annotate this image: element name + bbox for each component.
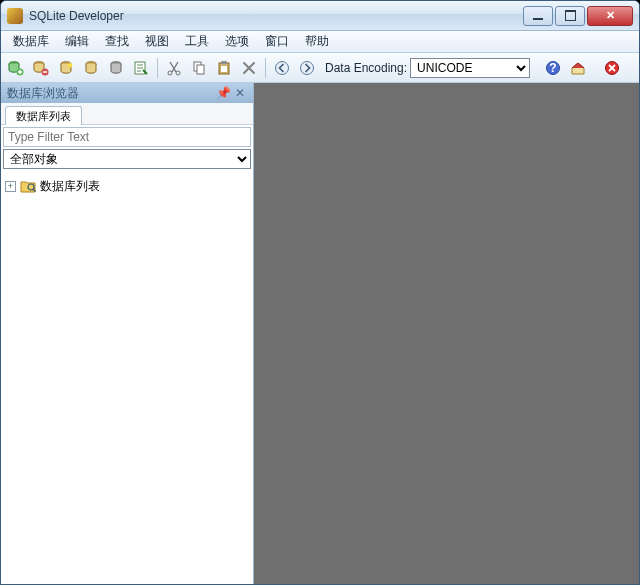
- close-database-button[interactable]: [105, 57, 127, 79]
- filter-input[interactable]: [3, 127, 251, 147]
- menu-help[interactable]: 帮助: [297, 30, 337, 53]
- pin-icon[interactable]: 📌: [216, 86, 230, 100]
- stop-button[interactable]: [601, 57, 623, 79]
- encoding-select[interactable]: UNICODE: [410, 58, 530, 78]
- window-buttons: [521, 6, 633, 26]
- menu-edit[interactable]: 编辑: [57, 30, 97, 53]
- menu-view[interactable]: 视图: [137, 30, 177, 53]
- register-database-button[interactable]: [5, 57, 27, 79]
- forward-button[interactable]: [296, 57, 318, 79]
- copy-button[interactable]: [188, 57, 210, 79]
- main-workspace: [254, 83, 639, 584]
- back-button[interactable]: [271, 57, 293, 79]
- close-button[interactable]: [587, 6, 633, 26]
- toolbar-separator: [157, 58, 158, 78]
- home-button[interactable]: [567, 57, 589, 79]
- svg-point-15: [276, 61, 289, 74]
- menubar: 数据库 编辑 查找 视图 工具 选项 窗口 帮助: [1, 31, 639, 53]
- menu-find[interactable]: 查找: [97, 30, 137, 53]
- svg-rect-14: [221, 66, 227, 72]
- svg-text:?: ?: [549, 61, 556, 75]
- panel-close-icon[interactable]: ✕: [233, 86, 247, 100]
- svg-point-16: [301, 61, 314, 74]
- database-tree: + 数据库列表: [1, 173, 253, 584]
- maximize-button[interactable]: [555, 6, 585, 26]
- menu-window[interactable]: 窗口: [257, 30, 297, 53]
- panel-tabstrip: 数据库列表: [1, 103, 253, 125]
- app-icon: [7, 8, 23, 24]
- panel-title: 数据库浏览器: [7, 85, 79, 102]
- encoding-label: Data Encoding:: [325, 61, 407, 75]
- sql-editor-button[interactable]: [130, 57, 152, 79]
- unregister-database-button[interactable]: [30, 57, 52, 79]
- svg-point-9: [176, 71, 180, 75]
- tab-database-list[interactable]: 数据库列表: [5, 106, 82, 125]
- expand-icon[interactable]: +: [5, 181, 16, 192]
- help-button[interactable]: ?: [542, 57, 564, 79]
- app-window: SQLite Developer 数据库 编辑 查找 视图 工具 选项 窗口 帮…: [0, 0, 640, 585]
- svg-rect-13: [221, 61, 227, 64]
- open-database-button[interactable]: [80, 57, 102, 79]
- cut-button[interactable]: [163, 57, 185, 79]
- delete-button[interactable]: [238, 57, 260, 79]
- window-title: SQLite Developer: [29, 9, 521, 23]
- search-folder-icon: [20, 179, 36, 193]
- object-filter-select[interactable]: 全部对象: [3, 149, 251, 169]
- tree-root-row[interactable]: + 数据库列表: [5, 177, 249, 195]
- menu-database[interactable]: 数据库: [5, 30, 57, 53]
- paste-button[interactable]: [213, 57, 235, 79]
- titlebar: SQLite Developer: [1, 1, 639, 31]
- menu-options[interactable]: 选项: [217, 30, 257, 53]
- tree-root-label: 数据库列表: [40, 178, 100, 195]
- svg-point-8: [168, 71, 172, 75]
- content-area: 数据库浏览器 📌 ✕ 数据库列表 全部对象 + 数据库列表: [1, 83, 639, 584]
- minimize-button[interactable]: [523, 6, 553, 26]
- panel-header: 数据库浏览器 📌 ✕: [1, 83, 253, 103]
- database-browser-panel: 数据库浏览器 📌 ✕ 数据库列表 全部对象 + 数据库列表: [1, 83, 254, 584]
- new-database-button[interactable]: [55, 57, 77, 79]
- toolbar: Data Encoding: UNICODE ?: [1, 53, 639, 83]
- menu-tools[interactable]: 工具: [177, 30, 217, 53]
- toolbar-separator: [265, 58, 266, 78]
- svg-rect-11: [197, 65, 204, 74]
